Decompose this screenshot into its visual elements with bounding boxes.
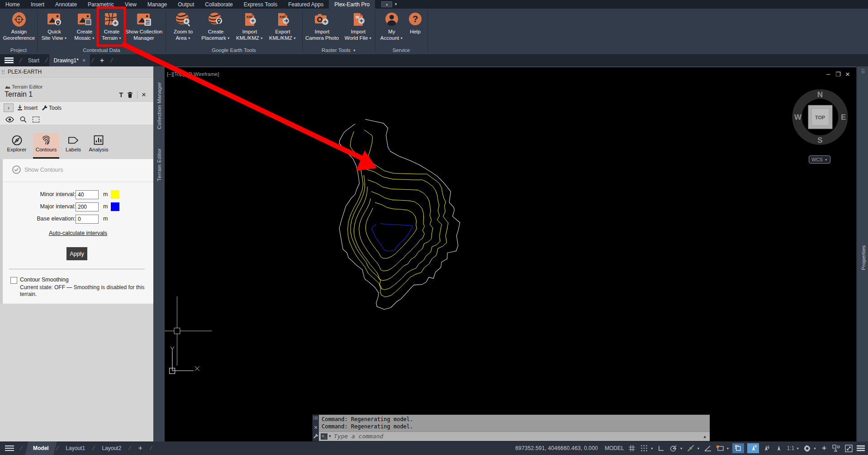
side-tab-collection-manager[interactable]: Collection Manager	[153, 80, 165, 131]
new-layout-button[interactable]: +	[132, 441, 148, 455]
menu-featured-apps[interactable]: Featured Apps	[283, 0, 329, 9]
group-project[interactable]: Project	[0, 47, 37, 53]
minor-contour[interactable]	[351, 169, 441, 290]
menu-annotate[interactable]: Annotate	[50, 0, 82, 9]
expander-button[interactable]: ›	[4, 103, 14, 112]
menu-express-tools[interactable]: Express Tools	[238, 0, 283, 9]
angle-snap-icon[interactable]	[703, 443, 712, 453]
import-camera-photo-button[interactable]: Import Camera Photo	[304, 12, 340, 41]
compass-north[interactable]: N	[817, 90, 823, 99]
close-panel-button[interactable]: ×	[142, 92, 146, 98]
settings-gear-icon[interactable]	[802, 443, 811, 453]
show-contours-row[interactable]: Show Contours	[12, 165, 63, 174]
lineweight-display-icon[interactable]	[732, 443, 744, 453]
minor-contour[interactable]	[359, 192, 425, 271]
annotation-scale-value[interactable]: 1:1	[787, 445, 794, 451]
close-icon[interactable]: ✕	[313, 425, 319, 431]
side-tab-terrain-editor[interactable]: Terrain Editor	[153, 142, 165, 188]
menu-parametric[interactable]: Parametric	[82, 0, 119, 9]
help-button[interactable]: ? Help	[405, 12, 425, 35]
chevron-down-icon[interactable]: ▼	[697, 447, 700, 450]
plus-icon[interactable]: +	[820, 443, 829, 453]
menu-plex-earth-pro[interactable]: Plex-Earth Pro	[329, 0, 375, 9]
assign-georeference-button[interactable]: Assign Georeference	[2, 12, 36, 41]
menu-view[interactable]: View	[119, 0, 142, 9]
tab-drawing1[interactable]: Drawing1*×	[49, 54, 90, 66]
layout2-tab[interactable]: Layout2	[95, 441, 128, 455]
import-world-file-button[interactable]: W Import World File▼	[342, 12, 375, 41]
visibility-eye-icon[interactable]	[5, 117, 14, 122]
menu-collaborate[interactable]: Collaborate	[199, 0, 238, 9]
layout1-tab[interactable]: Layout1	[59, 441, 91, 455]
annotation-visibility-icon[interactable]	[747, 443, 759, 453]
model-tab[interactable]: Model	[25, 441, 57, 455]
wrench-icon[interactable]	[313, 433, 318, 439]
insert-button[interactable]: Insert	[17, 103, 38, 112]
menu-output[interactable]: Output	[172, 0, 199, 9]
dynamic-input-icon[interactable]	[716, 443, 725, 453]
group-google-earth-tools[interactable]: Google Earth Tools	[166, 47, 302, 53]
menu-home[interactable]: Home	[0, 0, 25, 9]
isolate-objects-icon[interactable]	[832, 443, 841, 453]
minor-contour[interactable]	[365, 202, 417, 258]
selection-box-icon[interactable]	[33, 117, 39, 122]
compass-east[interactable]: E	[841, 113, 846, 122]
minor-interval-input[interactable]	[76, 190, 99, 199]
coordinates-display[interactable]: 697352.591, 4046660.463, 0.000	[515, 445, 598, 451]
view-cube[interactable]: N S W E TOP	[791, 88, 850, 146]
command-input-row[interactable]: >_ ▼ Type a command ▲	[319, 432, 710, 441]
create-placemark-button[interactable]: Create Placemark▼	[200, 12, 232, 41]
compass-west[interactable]: W	[794, 113, 802, 122]
boundary-contour[interactable]	[339, 119, 460, 310]
layout-menu-button[interactable]	[0, 444, 19, 452]
close-icon[interactable]: ×	[82, 57, 85, 64]
ribbon-display-toggle[interactable]: ▲ ▼	[381, 0, 398, 9]
my-account-button[interactable]: My Account▼	[379, 12, 404, 41]
export-kml-button[interactable]: KML Export KML/KMZ▼	[268, 12, 298, 41]
rename-terrain-button[interactable]: T	[119, 91, 123, 99]
grip-icon[interactable]	[313, 417, 318, 419]
tab-contours[interactable]: Contours	[33, 133, 59, 159]
panel-title-bar[interactable]: PLEX-EARTH	[0, 66, 153, 78]
object-snap-tracking-icon[interactable]	[686, 443, 695, 453]
chevron-down-icon[interactable]: ▼	[813, 447, 816, 450]
auto-calculate-link[interactable]: Auto-calculate intervals	[3, 230, 153, 236]
menu-hamburger-button[interactable]	[0, 54, 18, 66]
major-color-swatch[interactable]	[111, 202, 119, 211]
drawing-canvas[interactable]: [−][Top][2D Wireframe] − ❐ ✕	[165, 66, 856, 441]
customization-menu-icon[interactable]	[856, 443, 865, 453]
major-interval-input[interactable]	[76, 202, 99, 211]
clean-screen-icon[interactable]	[844, 443, 853, 453]
tab-labels[interactable]: Labels	[62, 133, 84, 159]
group-contextual-data[interactable]: Contextual Data	[38, 47, 166, 53]
model-space-indicator[interactable]: MODEL	[605, 445, 624, 451]
menu-manage[interactable]: Manage	[142, 0, 172, 9]
tab-start[interactable]: Start	[24, 54, 44, 66]
apply-button[interactable]: Apply	[66, 247, 87, 260]
group-service[interactable]: Service	[375, 47, 427, 53]
compass-south[interactable]: S	[817, 136, 822, 145]
wcs-dropdown[interactable]: WCS▼	[809, 155, 830, 164]
zoom-to-area-button[interactable]: Zoom to Area▼	[169, 12, 198, 41]
menu-insert[interactable]: Insert	[25, 0, 50, 9]
show-collection-manager-button[interactable]: Show Collection Manager	[123, 12, 165, 41]
major-contour[interactable]	[371, 224, 413, 251]
chevron-down-icon[interactable]: ▼	[680, 447, 683, 450]
side-tab-properties[interactable]: Properties	[858, 242, 868, 273]
chevron-down-icon[interactable]: ▼	[650, 447, 654, 450]
import-kml-button[interactable]: KML Import KML/KMZ▼	[235, 12, 265, 41]
polar-tracking-icon[interactable]	[669, 443, 678, 453]
group-raster-tools[interactable]: Raster Tools ▼	[303, 47, 375, 53]
minor-color-swatch[interactable]	[111, 190, 119, 199]
grid-display-icon[interactable]	[627, 443, 636, 453]
base-elevation-input[interactable]	[76, 215, 99, 224]
delete-terrain-button[interactable]	[127, 92, 133, 99]
autoscale-icon[interactable]	[762, 443, 771, 453]
tab-explorer[interactable]: Explorer	[4, 133, 30, 159]
search-icon[interactable]	[20, 116, 27, 123]
tab-analysis[interactable]: Analysis	[86, 133, 111, 159]
ortho-mode-icon[interactable]	[657, 443, 666, 453]
tools-button[interactable]: Tools	[42, 103, 62, 112]
snap-mode-icon[interactable]	[640, 443, 649, 453]
contour-smoothing-checkbox[interactable]	[10, 277, 17, 284]
